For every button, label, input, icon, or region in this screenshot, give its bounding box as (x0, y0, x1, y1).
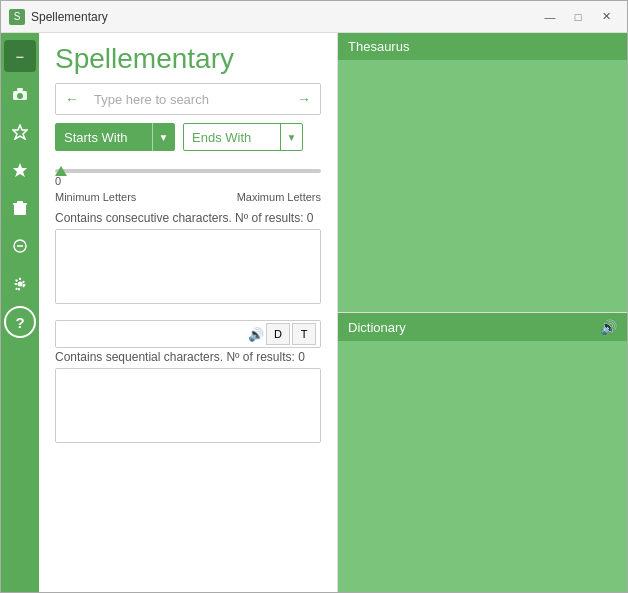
right-panel: Thesaurus Dictionary 🔊 (337, 33, 627, 592)
content-area: − (1, 33, 627, 592)
main-header: Spellementary ← → Starts With ▼ Ends Wit… (39, 33, 337, 161)
svg-rect-5 (14, 204, 26, 215)
thesaurus-title: Thesaurus (348, 39, 409, 54)
sidebar-trash-button[interactable] (4, 192, 36, 224)
title-bar: S Spellementary — □ ✕ (1, 1, 627, 33)
ends-with-arrow: ▼ (280, 123, 302, 151)
sidebar-star-filled-button[interactable] (4, 154, 36, 186)
sequential-label: Contains sequential characters. Nº of re… (55, 350, 321, 364)
starts-with-label: Starts With (56, 130, 152, 145)
min-letters-label: Minimum Letters (55, 191, 136, 203)
t-button[interactable]: T (292, 323, 316, 345)
title-bar-title: Spellementary (31, 10, 108, 24)
consecutive-label: Contains consecutive characters. Nº of r… (55, 211, 321, 225)
svg-point-1 (17, 93, 23, 99)
search-bar: ← → (55, 83, 321, 115)
sequential-header: 🔊 D T (55, 320, 321, 348)
sidebar-help-button[interactable]: ? (4, 306, 36, 338)
dictionary-section: Dictionary 🔊 (338, 313, 627, 592)
sidebar-star-outline-button[interactable] (4, 116, 36, 148)
sequential-section: 🔊 D T Contains sequential characters. Nº… (39, 316, 337, 455)
sidebar-minus-button[interactable]: − (4, 40, 36, 72)
sidebar: − (1, 33, 39, 592)
ends-with-dropdown[interactable]: Ends With ▼ (183, 123, 303, 151)
svg-marker-4 (13, 163, 27, 177)
slider-thumb[interactable] (55, 166, 67, 176)
slider-min-value: 0 (55, 175, 321, 187)
sequential-results[interactable] (55, 368, 321, 443)
forward-button[interactable]: → (288, 84, 320, 114)
minimize-button[interactable]: — (537, 7, 563, 27)
dictionary-content (338, 341, 627, 592)
ends-with-label: Ends With (184, 130, 280, 145)
max-letters-label: Maximum Letters (237, 191, 321, 203)
dictionary-sound-icon[interactable]: 🔊 (600, 319, 617, 335)
svg-rect-2 (17, 88, 23, 91)
slider-section: 0 Minimum Letters Maximum Letters (39, 161, 337, 207)
back-button[interactable]: ← (56, 84, 88, 114)
app-title: Spellementary (55, 43, 321, 75)
title-bar-left: S Spellementary (9, 9, 108, 25)
filter-row: Starts With ▼ Ends With ▼ (55, 123, 321, 151)
svg-marker-3 (13, 125, 27, 139)
search-input[interactable] (88, 92, 288, 107)
main-panel: Spellementary ← → Starts With ▼ Ends Wit… (39, 33, 337, 592)
svg-point-10 (18, 282, 23, 287)
close-button[interactable]: ✕ (593, 7, 619, 27)
starts-with-arrow: ▼ (152, 123, 174, 151)
svg-rect-7 (13, 203, 27, 205)
sound-icon[interactable]: 🔊 (248, 327, 264, 342)
maximize-button[interactable]: □ (565, 7, 591, 27)
d-button[interactable]: D (266, 323, 290, 345)
consecutive-section: Contains consecutive characters. Nº of r… (39, 207, 337, 316)
slider-track[interactable] (55, 169, 321, 173)
main-scrollable: 0 Minimum Letters Maximum Letters Contai… (39, 161, 337, 592)
thesaurus-content (338, 60, 627, 312)
starts-with-dropdown[interactable]: Starts With ▼ (55, 123, 175, 151)
sidebar-camera-button[interactable] (4, 78, 36, 110)
thesaurus-section: Thesaurus (338, 33, 627, 313)
consecutive-results[interactable] (55, 229, 321, 304)
sidebar-circle-button[interactable] (4, 230, 36, 262)
slider-labels: Minimum Letters Maximum Letters (55, 191, 321, 203)
title-bar-controls: — □ ✕ (537, 7, 619, 27)
sidebar-settings-button[interactable] (4, 268, 36, 300)
dictionary-title: Dictionary (348, 320, 406, 335)
main-window: S Spellementary — □ ✕ − (0, 0, 628, 593)
app-icon: S (9, 9, 25, 25)
dictionary-header: Dictionary 🔊 (338, 313, 627, 341)
thesaurus-header: Thesaurus (338, 33, 627, 60)
